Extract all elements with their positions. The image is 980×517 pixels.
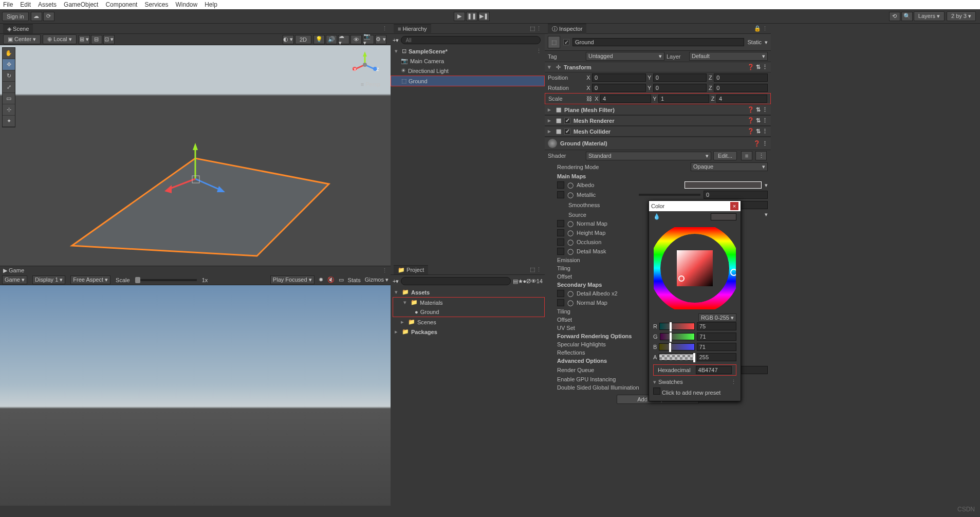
hierarchy-tab[interactable]: ≡ Hierarchy [394, 24, 431, 33]
meshfilter-header[interactable]: ▸▦ Plane (Mesh Filter)❓ ⇅ ⋮ [545, 104, 771, 115]
project-fav-icon[interactable]: ★ [518, 278, 523, 285]
hierarchy-ground[interactable]: ⬚ Ground [391, 76, 545, 86]
display-dropdown[interactable]: Display 1 ▾ [32, 275, 65, 284]
vsync-icon[interactable]: ▭ [339, 276, 344, 283]
lighting-icon[interactable]: 💡 [313, 35, 325, 44]
active-checkbox[interactable]: ✓ [563, 39, 569, 45]
menu-window[interactable]: Window [175, 1, 197, 8]
metallic-slider[interactable] [639, 194, 700, 196]
detailalbedo-slot[interactable] [557, 290, 564, 297]
fx-icon[interactable]: ☁ ▾ [338, 35, 349, 44]
shader-menu-icon[interactable]: ⋮ [755, 151, 767, 160]
layout-dropdown[interactable]: 2 by 3 ▾ [947, 11, 976, 21]
hidden-icon[interactable]: 👁 [350, 35, 362, 44]
menu-assets[interactable]: Assets [38, 1, 57, 8]
inspector-tab[interactable]: ⓘ Inspector [548, 24, 586, 34]
game-view[interactable] [0, 285, 391, 506]
aspect-dropdown[interactable]: Free Aspect ▾ [70, 275, 110, 284]
game-device-dropdown[interactable]: Game ▾ [2, 275, 27, 284]
orientation-gizmo[interactable]: xz [349, 50, 380, 81]
assets-folder[interactable]: ▾📁 Assets [391, 287, 545, 297]
pos-x[interactable] [592, 73, 646, 82]
mute-icon[interactable]: 🔇 [327, 276, 335, 283]
menu-edit[interactable]: Edit [20, 1, 31, 8]
occlusion-slot[interactable] [557, 238, 564, 246]
snap-settings-icon[interactable]: ⊡ ▾ [103, 35, 115, 44]
layers-dropdown[interactable]: Layers ▾ [914, 11, 945, 21]
hierarchy-directional-light[interactable]: ☀ Directional Light [391, 66, 545, 76]
material-header[interactable]: Ground (Material)❓ ⋮ [545, 137, 771, 150]
undo-history-icon[interactable]: ⟲ [889, 12, 900, 21]
project-hidden-icon[interactable]: Ø [526, 278, 531, 284]
cloud-icon[interactable]: ☁ [31, 12, 42, 21]
g-slider[interactable] [660, 333, 695, 340]
space-toggle[interactable]: ⊕ Local ▾ [43, 34, 76, 44]
menu-gameobject[interactable]: GameObject [64, 1, 98, 8]
menu-file[interactable]: File [3, 1, 13, 8]
step-button[interactable]: ▶❚ [478, 12, 490, 21]
hierarchy-search[interactable] [401, 36, 541, 44]
rot-z[interactable] [714, 84, 768, 92]
snap-increment-icon[interactable]: ⊟ [91, 35, 102, 44]
project-create-icon[interactable]: +▾ [393, 278, 399, 285]
signin-button[interactable]: Sign in [2, 12, 29, 21]
pivot-toggle[interactable]: ▣ Center ▾ [3, 34, 41, 44]
sec-normalmap-slot[interactable] [557, 299, 564, 306]
colorpicker-close[interactable]: × [730, 202, 738, 210]
rendermode-dropdown[interactable]: Opaque▾ [691, 162, 768, 171]
color-wheel[interactable] [654, 227, 736, 309]
project-label-icon[interactable]: ● [523, 278, 527, 284]
new-preset-hint[interactable]: Click to add new preset [662, 390, 720, 396]
hex-field[interactable] [696, 366, 732, 374]
search-icon[interactable]: 🔍 [901, 12, 913, 21]
rot-x[interactable] [592, 84, 646, 92]
color-mode-dropdown[interactable]: RGB 0-255 ▾ [698, 313, 736, 322]
stats-button[interactable]: Stats [348, 277, 361, 283]
project-search[interactable] [401, 277, 510, 285]
pos-y[interactable] [653, 73, 707, 82]
inspector-lock-icon[interactable]: 🔒 [754, 25, 761, 32]
meshrenderer-header[interactable]: ▸▦ ✓ Mesh Renderer❓ ⇅ ⋮ [545, 115, 771, 126]
pause-button[interactable]: ❚❚ [466, 12, 477, 21]
shader-dropdown[interactable]: Standard▾ [586, 152, 711, 160]
transform-header[interactable]: ▾⊹ Transform❓ ⇅ ⋮ [545, 62, 771, 72]
a-slider[interactable] [659, 354, 694, 361]
project-filter-icon[interactable]: ▤ [513, 278, 518, 285]
r-slider[interactable] [659, 323, 695, 330]
draw-mode-icon[interactable]: ◐ ▾ [283, 35, 294, 44]
layer-dropdown[interactable]: Default ▾ [689, 52, 768, 61]
2d-toggle[interactable]: 2D [295, 35, 311, 44]
projection-label[interactable]: ≡ Persp [349, 81, 380, 87]
menu-help[interactable]: Help [205, 1, 217, 8]
albedo-slot[interactable] [557, 181, 564, 189]
move-tool[interactable]: ✥ [3, 59, 15, 70]
game-menu-icon[interactable]: ⋮ [382, 267, 387, 274]
name-field[interactable] [572, 38, 744, 46]
scenes-folder[interactable]: ▸📁 Scenes [391, 317, 545, 327]
project-tab[interactable]: 📁 Project [394, 265, 428, 274]
a-value[interactable] [697, 353, 736, 361]
scene-tab[interactable]: ◈ Scene [3, 24, 33, 33]
audio-icon[interactable]: 🔊 [326, 35, 337, 44]
metallic-slot[interactable] [557, 191, 564, 198]
gizmos-icon[interactable]: ⚙ ▾ [375, 35, 386, 44]
albedo-color[interactable] [685, 181, 762, 189]
pos-z[interactable] [714, 73, 768, 82]
scene-view[interactable]: ✋ ✥ ↻ ⤢ ▭ ⊹ ✦ xz [0, 45, 391, 266]
game-tab[interactable]: ▶ Game [3, 267, 24, 274]
meshcollider-header[interactable]: ▸▦ ✓ Mesh Collider❓ ⇅ ⋮ [545, 126, 771, 137]
project-menu-icon[interactable]: ⋮ [536, 266, 542, 273]
hierarchy-menu-icon[interactable]: ⋮ [536, 25, 542, 32]
gizmos-dropdown[interactable]: Gizmos ▾ [365, 276, 389, 283]
hierarchy-create-icon[interactable]: +▾ [393, 37, 399, 44]
shader-settings-icon[interactable]: ≡ [741, 151, 752, 160]
scl-y[interactable] [658, 95, 709, 103]
gizmo-settings-icon[interactable]: ✹ [319, 276, 323, 283]
inspector-menu-icon[interactable]: ⋮ [762, 25, 768, 32]
history-icon[interactable]: ⟳ [43, 12, 54, 21]
scene-root[interactable]: ▾⊡ SampleScene*⋮ [391, 46, 545, 56]
source-dropdown[interactable]: ▾ [765, 211, 768, 218]
scl-x[interactable] [600, 95, 651, 103]
g-value[interactable] [697, 333, 736, 341]
heightmap-slot[interactable] [557, 229, 564, 236]
